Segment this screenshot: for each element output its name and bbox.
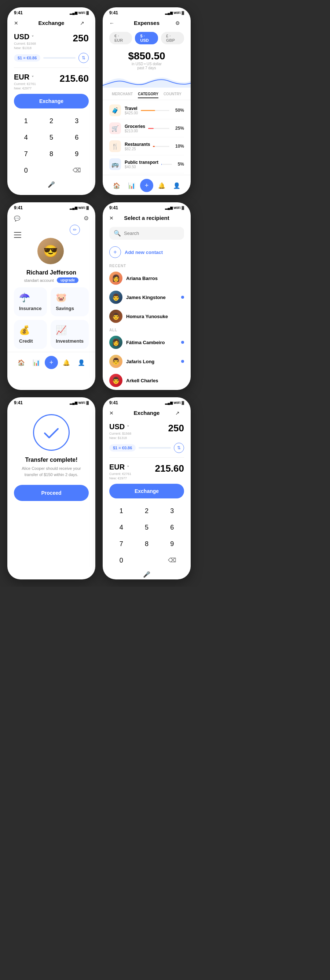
expense-groceries[interactable]: 🛒 Groceries $213.00 25% [109,119,184,137]
savings-card[interactable]: 🐷 Savings [51,287,89,316]
tab-eur[interactable]: € · EUR [109,32,132,45]
exchange-button-2[interactable]: Exchange [109,484,184,498]
add-contact-row[interactable]: + Add new contact [103,243,191,262]
numpad2-delete[interactable]: ⌫ [160,553,184,568]
numpad2-2[interactable]: 2 [135,504,158,519]
signal-icon: ▂▄▆ [70,206,77,210]
numpad-6[interactable]: 6 [65,130,89,145]
numpad-3[interactable]: 3 [65,114,89,129]
numpad2-9[interactable]: 9 [160,536,184,552]
nav-add[interactable]: + [140,179,153,192]
numpad-7[interactable]: 7 [14,146,38,162]
numpad2-1[interactable]: 1 [109,504,133,519]
online-indicator [181,341,184,344]
usd-label[interactable]: USD ˅ [14,33,36,41]
credit-icon: 💰 [19,325,30,335]
travel-amount: $425.00 [125,111,138,115]
numpad2-8[interactable]: 8 [135,536,158,552]
tab-country[interactable]: COUNTRY [164,91,182,98]
contact-fatima[interactable]: 👩 Fátima Cambeiro [103,333,191,352]
eur-label[interactable]: EUR ˅ [14,73,36,81]
eur-label-2[interactable]: EUR ˅ [109,463,131,471]
wifi-icon: WiFi [78,401,85,405]
profile-header: 💬 ⚙ [7,212,95,225]
expense-restaurants[interactable]: 🍴 Restaurants $82.25 10% [109,137,184,155]
contact-arkell[interactable]: 👨 Arkell Charles [103,371,191,390]
numpad2-4[interactable]: 4 [109,520,133,535]
close-icon[interactable]: ✕ [14,20,23,26]
nav-chart[interactable]: 📊 [30,356,43,369]
settings-icon[interactable]: ⚙ [84,215,89,222]
restaurants-bar-fill [153,146,155,147]
close-icon[interactable]: ✕ [109,410,118,416]
swap-icon-2[interactable]: ⇅ [174,443,184,453]
trend-icon[interactable]: ↗ [80,20,89,26]
time: 9:41 [14,205,23,210]
restaurants-bar [153,146,169,147]
nav-home[interactable]: 🏠 [110,179,123,192]
edit-icon[interactable]: ✏ [70,225,80,235]
transport-icon: 🚌 [109,158,121,170]
signal-icon: ▂▄▆ [70,401,77,405]
expense-travel[interactable]: 🧳 Travel $425.00 50% [109,102,184,119]
nav-bell[interactable]: 🔔 [60,356,73,369]
numpad-5[interactable]: 5 [39,130,63,145]
mic-icon[interactable]: 🎤 [7,180,95,189]
contact-ariana[interactable]: 👩 Ariana Barros [103,269,191,288]
expenses-phone: 9:41 ▂▄▆ WiFi ▓ ← Expenses ⚙ € · EUR $ ·… [103,7,191,195]
numpad2-5[interactable]: 5 [135,520,158,535]
usd-current-2: Current: $1568 [109,432,131,435]
tab-merchant[interactable]: MERCHANT [112,91,133,98]
nav-profile[interactable]: 👤 [75,356,88,369]
nav-add[interactable]: + [45,356,58,369]
numpad-2[interactable]: 2 [39,114,63,129]
numpad2-3[interactable]: 3 [160,504,184,519]
nav-home[interactable]: 🏠 [15,356,28,369]
investments-card[interactable]: 📈 Investments [51,320,89,349]
signal-icon: ▂▄▆ [165,11,172,15]
back-icon[interactable]: ← [109,20,118,26]
time: 9:41 [109,10,118,15]
nav-bell[interactable]: 🔔 [155,179,168,192]
numpad2-6[interactable]: 6 [160,520,184,535]
homura-avatar: 👨 [109,310,123,323]
numpad2-0[interactable]: 0 [109,553,133,568]
numpad-0[interactable]: 0 [14,163,38,178]
contact-homura[interactable]: 👨 Homura Yunosuke [103,307,191,326]
numpad-delete[interactable]: ⌫ [65,163,89,178]
nav-chart[interactable]: 📊 [125,179,138,192]
nav-profile[interactable]: 👤 [170,179,183,192]
contact-jafaris[interactable]: 👨 Jafaris Long [103,352,191,371]
proceed-button[interactable]: Proceed [14,485,89,501]
screen-title: Exchange [118,410,175,416]
search-input[interactable] [124,231,185,236]
numpad-8[interactable]: 8 [39,146,63,162]
upgrade-badge[interactable]: upgrade [57,277,78,283]
tab-usd[interactable]: $ · USD [135,32,158,45]
tab-category[interactable]: CATEGORY [138,91,158,98]
close-icon[interactable]: ✕ [109,215,118,221]
chat-icon[interactable]: 💬 [14,215,20,221]
trend-icon[interactable]: ↗ [175,410,184,416]
plus-icon: + [109,246,121,258]
screen-title: Select a recipient [118,215,175,221]
recent-label: RECENT [103,262,191,269]
numpad-1[interactable]: 1 [14,114,38,129]
usd-amount: 250 [73,33,89,44]
restaurants-icon: 🍴 [109,140,121,152]
numpad-9[interactable]: 9 [65,146,89,162]
tab-gbp[interactable]: £ · GBP [161,32,184,45]
search-bar[interactable]: 🔍 [109,227,184,240]
swap-icon[interactable]: ⇅ [78,53,89,63]
jafaris-name: Jafaris Long [126,359,177,364]
insurance-card[interactable]: ☂️ Insurance [14,287,47,316]
contact-james[interactable]: 👨 James Kingstone [103,288,191,307]
expense-transport[interactable]: 🚌 Public transport $40.50 5% [109,155,184,173]
filter-icon[interactable]: ⚙ [175,20,184,26]
usd-label-2[interactable]: USD ˅ [109,423,131,431]
exchange-button[interactable]: Exchange [14,94,89,108]
numpad2-7[interactable]: 7 [109,536,133,552]
numpad-4[interactable]: 4 [14,130,38,145]
mic-icon-2[interactable]: 🎤 [103,570,191,579]
credit-card[interactable]: 💰 Credit [14,320,47,349]
